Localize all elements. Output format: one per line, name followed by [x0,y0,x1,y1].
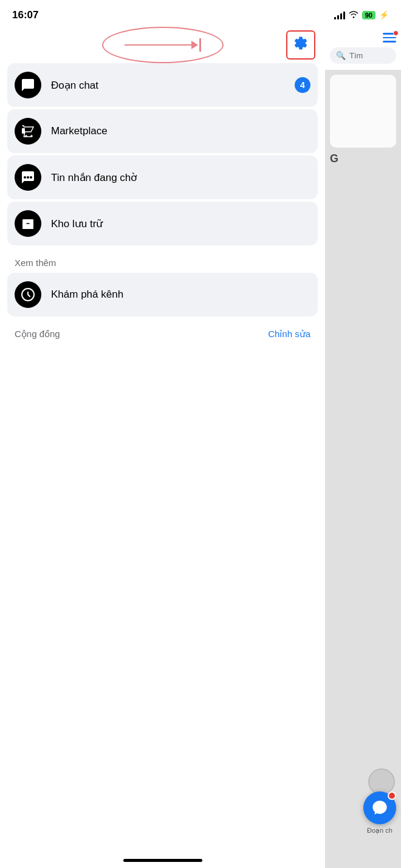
menu-label-tin-nhan-cho: Tin nhắn đang chờ [51,171,310,184]
right-blur-card [330,75,396,148]
more-menu-list: Khám phá kênh [0,273,325,316]
fab-label: Đoạn ch [367,827,392,835]
arrow-annotation [102,27,224,63]
svg-point-3 [30,176,32,179]
hamburger-line-2 [383,37,396,39]
battery-icon: 90 [362,11,375,19]
explore-channel-icon [15,281,41,308]
community-label: Cộng đồng [15,329,60,340]
right-letter-g: G [325,148,343,169]
chat-bubble-icon [15,72,41,98]
svg-point-1 [27,176,29,179]
signal-icon [334,11,345,19]
pending-message-icon [15,164,41,191]
left-panel: Đoạn chat 4 Marketplace [0,27,325,868]
menu-label-marketplace: Marketplace [51,125,310,137]
marketplace-icon [15,118,41,145]
menu-item-marketplace[interactable]: Marketplace [7,109,318,153]
status-time: 16:07 [12,9,38,21]
messenger-fab-button[interactable] [363,791,396,824]
hamburger-line-3 [383,41,396,43]
notification-icon: ⚡ [379,10,389,19]
status-icons: 90 ⚡ [334,10,389,20]
messenger-fab-dot [388,791,396,800]
header [0,27,325,63]
hamburger-menu-button[interactable] [383,33,396,43]
search-placeholder-text: Tìm [349,51,363,60]
see-more-label: Xem thêm [0,248,325,273]
home-indicator [123,859,202,862]
right-panel: 🔍 Tìm G Đoạn ch [325,27,401,868]
gear-button-container [286,30,315,60]
menu-label-kho-luu-tru: Kho lưu trữ [51,217,310,230]
status-bar: 16:07 90 ⚡ [0,0,401,27]
menu-list: Đoạn chat 4 Marketplace [0,63,325,245]
main-layout: Đoạn chat 4 Marketplace [0,27,401,868]
search-icon: 🔍 [336,51,346,60]
right-icons-row [330,33,396,43]
wifi-icon [349,10,358,20]
svg-point-2 [24,176,26,179]
svg-rect-0 [22,128,25,134]
gear-icon [293,35,309,55]
edit-community-button[interactable]: Chỉnh sửa [268,329,310,340]
archive-icon [15,210,41,237]
menu-label-kham-pha-kenh: Khám phá kênh [51,289,310,301]
menu-label-doan-chat: Đoạn chat [51,79,285,92]
menu-item-kho-luu-tru[interactable]: Kho lưu trữ [7,202,318,245]
settings-button[interactable] [286,30,315,60]
right-content: G Đoạn ch [325,70,401,869]
hamburger-notification-dot [393,30,399,36]
right-header: 🔍 Tìm [325,27,401,70]
doan-chat-badge: 4 [295,77,310,93]
community-section-header: Cộng đồng Chỉnh sửa [0,319,325,344]
menu-item-tin-nhan-cho[interactable]: Tin nhắn đang chờ [7,155,318,199]
menu-item-kham-pha-kenh[interactable]: Khám phá kênh [7,273,318,316]
messenger-fab-area: Đoạn ch [363,791,396,835]
right-search-bar[interactable]: 🔍 Tìm [330,47,396,64]
menu-item-doan-chat[interactable]: Đoạn chat 4 [7,63,318,107]
